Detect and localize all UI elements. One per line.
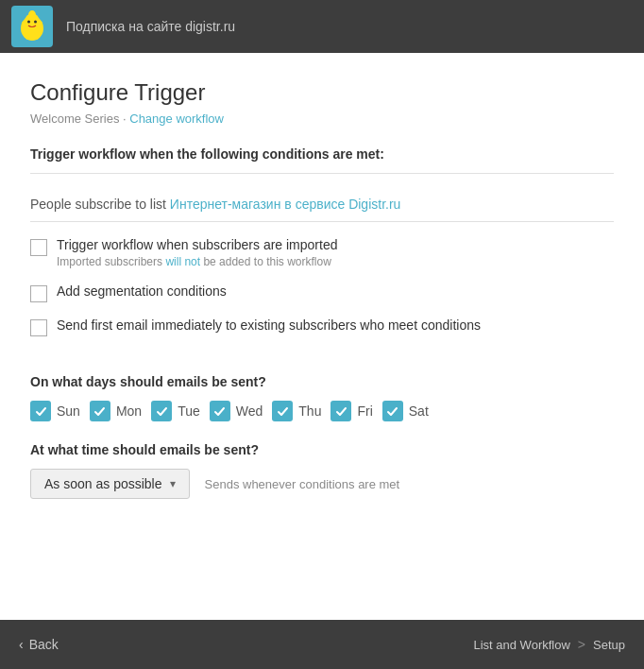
checkmark-icon bbox=[156, 405, 168, 418]
time-select[interactable]: As soon as possible ▾ bbox=[30, 469, 190, 499]
app-logo bbox=[11, 6, 53, 47]
day-item-tue: Tue bbox=[151, 401, 200, 421]
days-row: Sun Mon Tue bbox=[30, 401, 614, 421]
wed-checkbox[interactable] bbox=[210, 401, 230, 421]
checkmark-icon bbox=[35, 405, 47, 418]
checkmark-icon bbox=[277, 405, 289, 418]
first-email-checkbox[interactable] bbox=[30, 319, 47, 336]
days-label: On what days should emails be sent? bbox=[30, 374, 614, 389]
import-label: Trigger workflow when subscribers are im… bbox=[57, 237, 614, 252]
day-item-fri: Fri bbox=[330, 401, 372, 421]
breadcrumb: Welcome Series · Change workflow bbox=[30, 112, 614, 126]
checkbox-group: Trigger workflow when subscribers are im… bbox=[30, 222, 614, 355]
condition-row: People subscribe to list Интернет-магази… bbox=[30, 187, 614, 222]
days-section: On what days should emails be sent? Sun … bbox=[30, 374, 614, 421]
back-label: Back bbox=[29, 637, 59, 652]
tue-checkbox[interactable] bbox=[151, 401, 172, 421]
first-email-label: Send first email immediately to existing… bbox=[57, 317, 614, 333]
nav-separator: > bbox=[578, 637, 585, 652]
change-workflow-link[interactable]: Change workflow bbox=[129, 112, 224, 126]
nav-setup[interactable]: Setup bbox=[593, 638, 625, 652]
import-sub-highlight: will not bbox=[165, 255, 200, 268]
checkmark-icon bbox=[335, 405, 347, 418]
app-header: Подписка на сайте digistr.ru bbox=[0, 0, 644, 53]
breadcrumb-text: Welcome Series · bbox=[30, 112, 129, 126]
page-title: Configure Trigger bbox=[30, 79, 614, 106]
time-label: At what time should emails be sent? bbox=[30, 442, 614, 457]
fri-label: Fri bbox=[357, 403, 372, 419]
segment-label: Add segmentation conditions bbox=[57, 283, 614, 299]
svg-point-5 bbox=[22, 21, 27, 28]
back-button[interactable]: ‹ Back bbox=[19, 637, 59, 652]
mon-label: Mon bbox=[116, 403, 142, 419]
checkbox-item-first-email: Send first email immediately to existing… bbox=[30, 317, 614, 336]
svg-point-3 bbox=[34, 21, 37, 24]
import-sub-before: Imported subscribers bbox=[57, 255, 165, 268]
sat-label: Sat bbox=[409, 403, 429, 419]
back-chevron-icon: ‹ bbox=[19, 637, 24, 652]
import-sublabel: Imported subscribers will not be added t… bbox=[57, 255, 614, 268]
header-title: Подписка на сайте digistr.ru bbox=[66, 19, 235, 34]
condition-list: Интернет-магазин в сервисе Digistr.ru bbox=[170, 197, 401, 212]
sun-label: Sun bbox=[57, 403, 80, 419]
trigger-section-label: Trigger workflow when the following cond… bbox=[30, 146, 614, 174]
wed-label: Wed bbox=[236, 403, 263, 419]
mon-checkbox[interactable] bbox=[90, 401, 110, 421]
condition-prefix: People subscribe to list bbox=[30, 197, 170, 212]
day-item-thu: Thu bbox=[272, 401, 321, 421]
app-footer: ‹ Back List and Workflow > Setup bbox=[0, 620, 644, 669]
sat-checkbox[interactable] bbox=[382, 401, 403, 421]
svg-point-4 bbox=[28, 10, 36, 20]
day-item-mon: Mon bbox=[90, 401, 142, 421]
checkbox-item-segment: Add segmentation conditions bbox=[30, 283, 614, 302]
sun-checkbox[interactable] bbox=[30, 401, 51, 421]
thu-label: Thu bbox=[298, 403, 321, 419]
checkmark-icon bbox=[386, 405, 398, 418]
time-row: As soon as possible ▾ Sends whenever con… bbox=[30, 469, 614, 499]
mailchimp-icon bbox=[16, 9, 48, 43]
time-select-value: As soon as possible bbox=[44, 476, 162, 491]
day-item-sun: Sun bbox=[30, 401, 80, 421]
time-section: At what time should emails be sent? As s… bbox=[30, 442, 614, 499]
fri-checkbox[interactable] bbox=[330, 401, 351, 421]
tue-label: Tue bbox=[178, 403, 200, 419]
svg-point-6 bbox=[37, 21, 42, 28]
chevron-down-icon: ▾ bbox=[170, 477, 176, 490]
checkmark-icon bbox=[93, 405, 106, 418]
import-sub-after: be added to this workflow bbox=[200, 255, 331, 268]
footer-nav: List and Workflow > Setup bbox=[473, 637, 625, 652]
segment-checkbox[interactable] bbox=[30, 285, 47, 302]
day-item-wed: Wed bbox=[210, 401, 263, 421]
checkmark-icon bbox=[213, 405, 226, 418]
time-note: Sends whenever conditions are met bbox=[205, 477, 400, 491]
svg-point-2 bbox=[27, 21, 30, 24]
day-item-sat: Sat bbox=[382, 401, 429, 421]
thu-checkbox[interactable] bbox=[272, 401, 293, 421]
svg-rect-7 bbox=[25, 32, 39, 40]
import-checkbox[interactable] bbox=[30, 239, 47, 256]
nav-list-workflow[interactable]: List and Workflow bbox=[473, 638, 569, 652]
main-content: Configure Trigger Welcome Series · Chang… bbox=[0, 53, 644, 620]
checkbox-item-import: Trigger workflow when subscribers are im… bbox=[30, 237, 614, 268]
